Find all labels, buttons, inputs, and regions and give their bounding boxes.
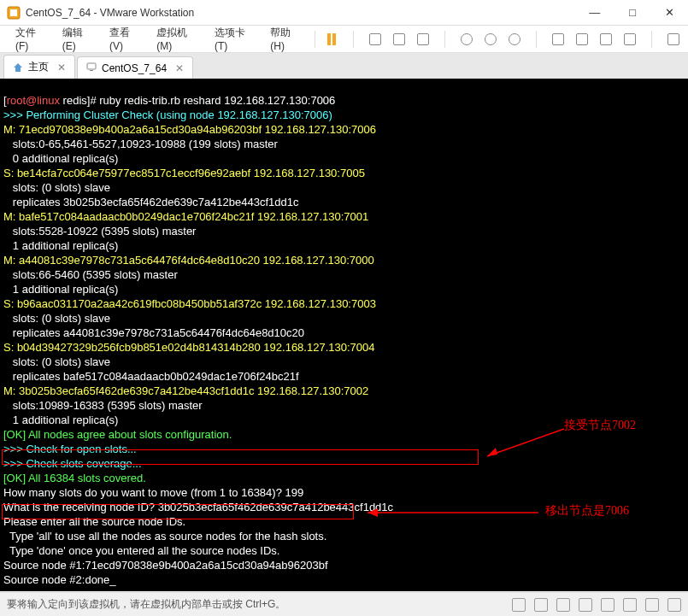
view-icon-4[interactable] bbox=[622, 32, 638, 47]
status-device-icon-7[interactable] bbox=[645, 598, 659, 612]
status-device-icon-2[interactable] bbox=[534, 598, 548, 612]
term-line-30: Type 'done' once you entered all the sou… bbox=[3, 544, 279, 557]
status-device-icon-3[interactable] bbox=[556, 598, 570, 612]
term-line-8: slots:5528-10922 (5395 slots) master bbox=[3, 225, 196, 238]
tabbar: 主页 ✕ CentOS_7_64 ✕ bbox=[0, 53, 688, 79]
term-line-11: slots:66-5460 (5395 slots) master bbox=[3, 268, 178, 281]
view-icon-2[interactable] bbox=[574, 32, 590, 47]
minimize-button[interactable]: — bbox=[582, 3, 607, 22]
svg-line-4 bbox=[487, 429, 564, 456]
svg-rect-2 bbox=[87, 63, 96, 69]
maximize-button[interactable]: □ bbox=[622, 3, 643, 22]
status-device-icon-1[interactable] bbox=[512, 598, 526, 612]
menubar: 文件(F) 编辑(E) 查看(V) 虚拟机(M) 选项卡(T) 帮助(H) bbox=[0, 26, 688, 53]
term-line-14: slots: (0 slots) slave bbox=[3, 312, 110, 325]
term-line-0: >>> Performing Cluster Check (using node… bbox=[3, 109, 332, 121]
status-icons bbox=[512, 598, 681, 612]
tab-home-close-icon[interactable]: ✕ bbox=[57, 62, 66, 73]
window-controls: — □ ✕ bbox=[582, 3, 681, 22]
status-device-icon-4[interactable] bbox=[579, 598, 592, 612]
term-line-9: 1 additional replica(s) bbox=[3, 239, 118, 252]
term-line-3: 0 additional replica(s) bbox=[3, 152, 118, 165]
toolbar-divider-3 bbox=[536, 31, 537, 48]
device-icon-3[interactable] bbox=[415, 32, 431, 47]
prompt-path: redis bbox=[63, 94, 87, 107]
menu-view[interactable]: 查看(V) bbox=[101, 22, 148, 56]
term-line-4: S: be14cfa7cc064e75977ec8517c1eccf96e92a… bbox=[3, 167, 365, 179]
arrow-receive bbox=[479, 420, 573, 463]
tab-home-label: 主页 bbox=[28, 60, 49, 74]
view-icon-1[interactable] bbox=[550, 32, 566, 47]
term-line-5: slots: (0 slots) slave bbox=[3, 181, 110, 194]
term-line-25: [OK] All 16384 slots covered. bbox=[3, 472, 146, 484]
menu-divider bbox=[315, 31, 315, 48]
terminal[interactable]: [root@linux redis]# ruby redis-trib.rb r… bbox=[0, 79, 688, 591]
fullscreen-icon[interactable] bbox=[666, 32, 681, 47]
terminal-command: ruby redis-trib.rb reshard 192.168.127.1… bbox=[99, 94, 335, 107]
vmware-app-icon bbox=[7, 6, 21, 20]
term-line-16: S: b04d39427329b256fcb9b851e02d4b814314b… bbox=[3, 341, 374, 354]
toolbar bbox=[324, 31, 681, 48]
term-line-23: >>> Check for open slots... bbox=[3, 443, 137, 455]
term-line-31: Source node #1:71ecd970838e9b400a2a6a15c… bbox=[3, 559, 328, 572]
term-line-18: replicates bafe517c084aadaacb0b0249dac1e… bbox=[3, 370, 299, 383]
term-line-13: S: b96aac031170a2aa42c619fbc08b450bb51af… bbox=[3, 297, 376, 310]
annotation-receive-node: 接受节点7002 bbox=[564, 419, 636, 432]
toolbar-divider-2 bbox=[444, 31, 445, 48]
annotation-remove-node: 移出节点是7006 bbox=[545, 504, 629, 518]
term-line-32: Source node #2:done_ bbox=[3, 573, 116, 586]
pause-icon[interactable] bbox=[324, 32, 339, 47]
term-line-20: slots:10989-16383 (5395 slots) master bbox=[3, 399, 203, 412]
prompt-user: root@linux bbox=[7, 94, 60, 107]
snapshot-icon[interactable] bbox=[459, 32, 474, 47]
term-line-7: M: bafe517c084aadaacb0b0249dac1e706f24bc… bbox=[3, 210, 368, 223]
term-line-28: Please enter all the source node IDs. bbox=[3, 515, 185, 528]
term-line-29: Type 'all' to use all the nodes as sourc… bbox=[3, 530, 326, 543]
term-line-15: replicates a44081c39e7978c731a5c64476f4d… bbox=[3, 326, 304, 339]
snapshot-manage-icon[interactable] bbox=[483, 32, 498, 47]
window-title: CentOS_7_64 - VMware Workstation bbox=[26, 7, 582, 19]
term-line-10: M: a44081c39e7978c731a5c64476f4dc64e8d10… bbox=[3, 254, 374, 267]
svg-rect-3 bbox=[90, 70, 93, 71]
home-icon bbox=[13, 62, 23, 73]
term-line-22: [OK] All nodes agree about slots configu… bbox=[3, 428, 232, 441]
menu-edit[interactable]: 编辑(E) bbox=[54, 22, 101, 56]
tab-home[interactable]: 主页 ✕ bbox=[3, 55, 75, 79]
snapshot-revert-icon[interactable] bbox=[507, 32, 522, 47]
toolbar-divider-4 bbox=[651, 31, 652, 48]
status-text: 要将输入定向到该虚拟机，请在虚拟机内部单击或按 Ctrl+G。 bbox=[7, 597, 512, 612]
status-device-icon-8[interactable] bbox=[667, 598, 681, 612]
device-icon-2[interactable] bbox=[391, 32, 407, 47]
svg-marker-5 bbox=[487, 448, 497, 456]
status-device-icon-5[interactable] bbox=[601, 598, 614, 612]
term-line-26: How many slots do you want to move (from… bbox=[3, 486, 303, 499]
tab-vm-close-icon[interactable]: ✕ bbox=[175, 62, 184, 74]
term-line-2: slots:0-65,5461-5527,10923-10988 (199 sl… bbox=[3, 138, 278, 150]
svg-rect-1 bbox=[10, 9, 17, 16]
tab-vm-label: CentOS_7_64 bbox=[102, 62, 167, 74]
view-icon-3[interactable] bbox=[598, 32, 614, 47]
term-line-19: M: 3b025b3ecfa65f462de639c7a412be443cf1d… bbox=[3, 384, 368, 397]
menu-tabs[interactable]: 选项卡(T) bbox=[206, 22, 262, 56]
menu-file[interactable]: 文件(F) bbox=[7, 22, 54, 56]
menu-help[interactable]: 帮助(H) bbox=[262, 22, 309, 56]
term-line-27: What is the receiving node ID? 3b025b3ec… bbox=[3, 501, 393, 513]
term-line-6: replicates 3b025b3ecfa65f462de639c7a412b… bbox=[3, 196, 299, 208]
term-line-1: M: 71ecd970838e9b400a2a6a15cd30a94ab9620… bbox=[3, 123, 376, 136]
term-line-21: 1 additional replica(s) bbox=[3, 414, 118, 426]
device-icon-1[interactable] bbox=[368, 32, 383, 47]
status-device-icon-6[interactable] bbox=[623, 598, 637, 612]
close-button[interactable]: ✕ bbox=[658, 3, 681, 22]
toolbar-divider bbox=[353, 31, 354, 48]
vm-tab-icon bbox=[86, 62, 97, 74]
term-line-12: 1 additional replica(s) bbox=[3, 283, 118, 296]
statusbar: 要将输入定向到该虚拟机，请在虚拟机内部单击或按 Ctrl+G。 bbox=[0, 592, 688, 616]
term-line-24: >>> Check slots coverage... bbox=[3, 457, 142, 470]
tab-vm[interactable]: CentOS_7_64 ✕ bbox=[77, 56, 193, 79]
menu-vm[interactable]: 虚拟机(M) bbox=[148, 22, 206, 56]
term-line-17: slots: (0 slots) slave bbox=[3, 355, 110, 368]
